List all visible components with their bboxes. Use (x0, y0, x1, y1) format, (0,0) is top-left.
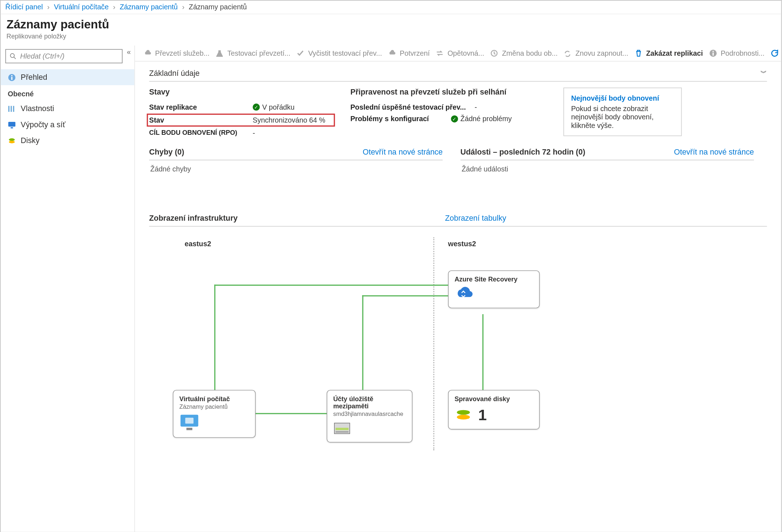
collapse-icon[interactable]: « (127, 48, 131, 56)
errors-title: Chyby (0) (149, 147, 184, 156)
info-icon (8, 73, 16, 81)
svg-rect-4 (11, 75, 12, 76)
last-test-value: - (475, 103, 477, 111)
svg-rect-15 (712, 51, 713, 52)
region-right-label: westus2 (448, 240, 476, 248)
svg-rect-20 (335, 428, 348, 430)
states-title: Stavy (149, 88, 333, 97)
breadcrumb-item[interactable]: Virtuální počítače (54, 3, 109, 11)
svg-rect-5 (8, 106, 9, 111)
failover-button[interactable]: Převzetí služeb... (143, 49, 209, 58)
monitor-icon (8, 120, 16, 129)
managed-disks-box[interactable]: Spravované disky 1 (448, 390, 540, 430)
sidebar-item-label: Výpočty a síť (21, 120, 66, 129)
breadcrumb-current: Záznamy pacientů (189, 3, 247, 11)
change-recovery-point-button[interactable]: Změna bodu ob... (490, 49, 558, 58)
refresh-icon (770, 49, 779, 58)
test-failover-button[interactable]: Testovací převzetí... (215, 49, 291, 58)
check-icon (296, 49, 305, 58)
infra-view-label: Zobrazení infrastruktury (149, 214, 445, 223)
sidebar-item-label: Přehled (21, 73, 47, 82)
events-empty-text: Žádné události (461, 160, 754, 178)
search-icon (9, 52, 17, 60)
errors-empty-text: Žádné chyby (149, 160, 443, 178)
events-open-link[interactable]: Otevřít na nové stránce (674, 147, 754, 156)
svg-rect-18 (186, 428, 192, 430)
search-placeholder: Hledat (Ctrl+/) (20, 52, 65, 60)
refresh-button[interactable]: Obnovit (770, 49, 781, 58)
disks-count: 1 (478, 406, 487, 424)
sidebar-item-label: Vlastnosti (21, 104, 54, 113)
region-left-label: eastus2 (185, 240, 211, 248)
svg-rect-8 (8, 121, 15, 126)
clock-icon (490, 49, 498, 58)
cache-storage-box[interactable]: Účty úložiště mezipaměti smd3hjlamnavaul… (327, 390, 413, 442)
svg-point-10 (9, 138, 15, 141)
config-issues-value: Žádné problémy (461, 115, 512, 123)
resynchronize-button[interactable]: Opětovná... (436, 49, 484, 58)
commit-button[interactable]: Potvrzení (388, 49, 430, 58)
disks-icon (454, 407, 472, 423)
info-circle-icon (709, 49, 717, 58)
last-test-label: Poslední úspěšné testovací přev... (350, 103, 475, 111)
breadcrumb-item[interactable]: Řídicí panel (5, 3, 43, 11)
storage-icon (333, 421, 406, 437)
reenable-button[interactable]: Znovu zapnout... (563, 49, 628, 58)
sidebar-section: Obecné (8, 90, 131, 98)
svg-point-0 (10, 54, 14, 58)
replication-state-value: V pořádku (262, 103, 294, 111)
events-title: Události – posledních 72 hodin (0) (461, 147, 585, 156)
swap-icon (436, 49, 444, 58)
sidebar-item-disks[interactable]: Disky (1, 133, 134, 148)
svg-rect-21 (335, 431, 348, 432)
vm-box[interactable]: Virtuální počítač Záznamy pacientů (173, 390, 256, 438)
region-divider (433, 237, 434, 450)
svg-rect-9 (11, 127, 13, 128)
state-value: Synchronizováno 64 % (253, 116, 325, 124)
rpo-label: CÍL BODU OBNOVENÍ (RPO) (149, 129, 253, 137)
svg-rect-6 (11, 106, 12, 111)
table-view-link[interactable]: Zobrazení tabulky (445, 214, 506, 223)
config-issues-label: Problémy s konfigurací (350, 115, 451, 123)
sidebar: « Hledat (Ctrl+/) Přehled Obecné Vlastno… (1, 46, 135, 532)
page-header: Záznamy pacientů Replikované položky (1, 14, 781, 46)
recovery-points-title: Nejnovější body obnovení (571, 94, 674, 102)
svg-point-23 (457, 414, 470, 419)
state-label: Stav (149, 116, 253, 124)
trash-icon (634, 49, 642, 58)
cloud-check-icon (388, 49, 396, 58)
cloud-icon (143, 49, 151, 58)
sync-icon (563, 49, 572, 58)
breadcrumb-item[interactable]: Záznamy pacientů (120, 3, 178, 11)
disks-icon (8, 136, 16, 145)
svg-line-1 (14, 57, 16, 59)
flask-icon (215, 49, 224, 58)
disable-replication-button[interactable]: Zakázat replikaci (634, 49, 703, 58)
svg-rect-17 (185, 418, 193, 423)
svg-point-11 (9, 141, 15, 143)
sidebar-item-overview[interactable]: Přehled (1, 69, 134, 85)
svg-rect-7 (13, 106, 14, 111)
essentials-header[interactable]: Základní údaje ︾ (149, 69, 767, 82)
replication-state-label: Stav replikace (149, 103, 253, 111)
cleanup-test-button[interactable]: Vyčistit testovací přev... (296, 49, 382, 58)
cloud-sync-icon (454, 286, 533, 303)
asr-box[interactable]: Azure Site Recovery (448, 270, 540, 308)
recovery-points-box[interactable]: Nejnovější body obnovení Pokud si chcete… (563, 88, 682, 136)
rpo-value: - (253, 129, 255, 137)
sidebar-item-properties[interactable]: Vlastnosti (1, 101, 134, 116)
search-input[interactable]: Hledat (Ctrl+/) (5, 49, 123, 64)
readiness-title: Připravenost na převzetí služeb při selh… (350, 88, 545, 97)
check-icon: ✓ (253, 104, 260, 111)
page-title: Záznamy pacientů (6, 18, 775, 31)
details-button[interactable]: Podrobnosti... (709, 49, 764, 58)
monitor-icon (179, 414, 249, 433)
chevron-down-icon: ︾ (760, 69, 767, 78)
svg-point-22 (457, 410, 470, 414)
errors-open-link[interactable]: Otevřít na nové stránce (363, 147, 443, 156)
sidebar-item-compute-network[interactable]: Výpočty a síť (1, 116, 134, 132)
toolbar: Převzetí služeb... Testovací převzetí...… (135, 46, 781, 61)
state-row-highlighted: Stav Synchronizováno 64 % (147, 114, 335, 127)
recovery-points-text: Pokud si chcete zobrazit nejnovější body… (571, 105, 674, 129)
page-subtitle: Replikované položky (6, 33, 775, 40)
